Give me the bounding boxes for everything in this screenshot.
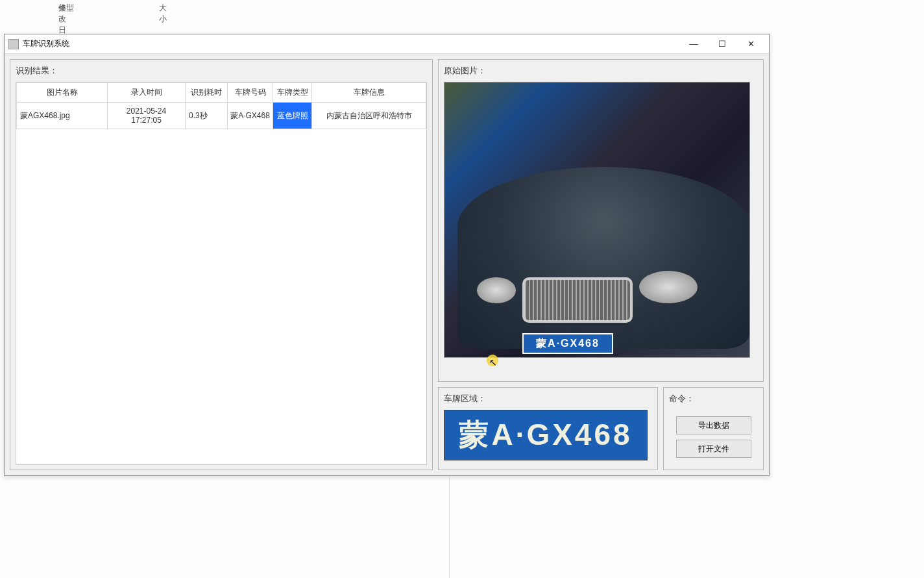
cursor-arrow-icon: ↖ [489,357,497,368]
command-title: 命令： [669,393,758,405]
plate-on-car: 蒙A·GX468 [522,333,613,354]
col-image-name[interactable]: 图片名称 [17,83,108,103]
results-panel: 识别结果： 图片名称 录入时间 识别耗时 车牌号码 车牌类型 车牌信息 [10,59,433,470]
car-headlight-right [639,271,698,303]
main-dialog: 车牌识别系统 — ☐ ✕ 识别结果： 图片名称 录入时间 识别耗时 车牌号码 车 [4,34,770,476]
results-table: 图片名称 录入时间 识别耗时 车牌号码 车牌类型 车牌信息 蒙AGX468.jp… [16,82,426,129]
col-recog-time[interactable]: 识别耗时 [186,83,228,103]
car-body-shape: 蒙A·GX468 [457,167,749,349]
cell-recog-time: 0.3秒 [186,103,228,129]
export-data-button[interactable]: 导出数据 [676,416,751,434]
minimize-button[interactable]: — [679,35,708,53]
cell-image-name: 蒙AGX468.jpg [17,103,108,129]
background-divider [449,475,450,578]
plate-region-image: 蒙A·GX468 [444,410,648,460]
window-title: 车牌识别系统 [23,38,679,49]
cell-plate-type: 蓝色牌照 [273,103,312,129]
results-title: 识别结果： [16,65,427,77]
col-plate-info[interactable]: 车牌信息 [312,83,426,103]
original-image-panel: 原始图片： 蒙A·GX468 [438,59,764,382]
col-plate-type[interactable]: 车牌类型 [273,83,312,103]
titlebar[interactable]: 车牌识别系统 — ☐ ✕ [5,34,769,54]
cell-plate-info: 内蒙古自治区呼和浩特市 [312,103,426,129]
maximize-button[interactable]: ☐ [708,35,736,53]
car-grille [522,277,633,323]
cell-entry-time: 2021-05-24 17:27:05 [108,103,186,129]
original-image-title: 原始图片： [444,65,758,77]
results-table-wrap[interactable]: 图片名称 录入时间 识别耗时 车牌号码 车牌类型 车牌信息 蒙AGX468.jp… [16,82,427,465]
col-plate-number[interactable]: 车牌号码 [228,83,273,103]
command-panel: 命令： 导出数据 打开文件 [663,387,764,470]
table-row[interactable]: 蒙AGX468.jpg 2021-05-24 17:27:05 0.3秒 蒙A·… [17,103,426,129]
open-file-button[interactable]: 打开文件 [676,440,751,458]
original-image: 蒙A·GX468 [444,82,750,358]
car-headlight-left [477,277,516,303]
cell-plate-number: 蒙A·GX468 [228,103,273,129]
col-entry-time[interactable]: 录入时间 [108,83,186,103]
plate-region-title: 车牌区域： [444,393,652,405]
plate-region-panel: 车牌区域： 蒙A·GX468 [438,387,658,470]
close-button[interactable]: ✕ [736,35,765,53]
app-icon [8,39,19,49]
